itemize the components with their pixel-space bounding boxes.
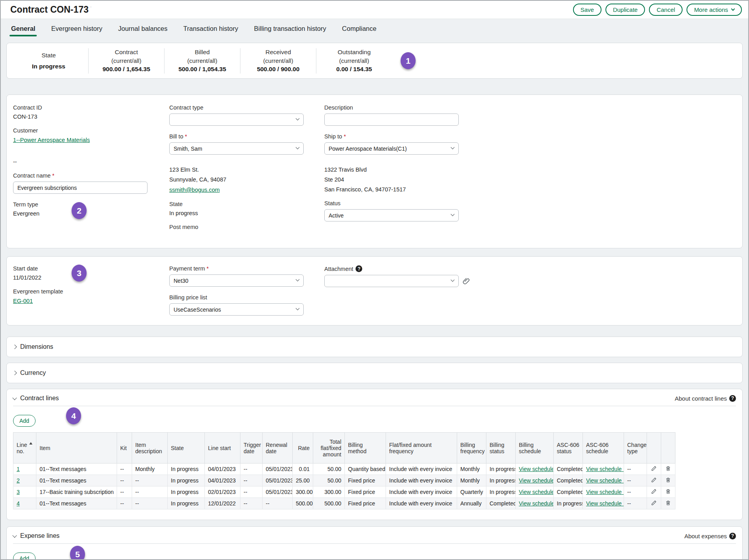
add-expense-line-button[interactable]: Add — [13, 552, 36, 560]
tab-general[interactable]: General — [5, 19, 42, 38]
cancel-button[interactable]: Cancel — [649, 4, 683, 16]
bill-to-select[interactable]: Smith, Sam — [169, 142, 304, 155]
col-trigger-date[interactable]: Trigger date — [240, 433, 263, 464]
delete-icon[interactable] — [665, 488, 671, 494]
col-renewal-date[interactable]: Renewal date — [263, 433, 293, 464]
callout-badge-3: 3 — [72, 265, 87, 282]
line-number-link[interactable]: 1 — [17, 466, 20, 472]
billing-section: Start date 11/01/2022 3 Evergreen templa… — [6, 256, 743, 325]
billing-price-list-select[interactable]: UseCaseScenarios — [169, 303, 304, 316]
col-billing-frequency[interactable]: Billing frequency — [457, 433, 486, 464]
cell-total: 50.00 — [313, 464, 345, 475]
about-contract-lines-link[interactable]: About contract lines — [675, 395, 727, 402]
tab-evergreen-history[interactable]: Evergreen history — [45, 19, 108, 38]
state-value: In progress — [169, 210, 324, 216]
currency-panel[interactable]: Currency — [6, 363, 743, 383]
cell-billing-method: Fixed price — [345, 475, 386, 486]
currency-panel-label: Currency — [20, 369, 46, 376]
col-flat-fixed-frequency[interactable]: Flat/fixed amount frequency — [386, 433, 457, 464]
payment-term-label: Payment term — [169, 265, 324, 272]
expense-lines-toggle[interactable]: Expense lines — [13, 532, 60, 539]
billing-schedule-link[interactable]: View schedule — [519, 477, 554, 484]
cell-flat-frequency: Include with every invoice — [386, 464, 457, 475]
term-type-value: Evergreen — [13, 210, 169, 217]
dimensions-panel[interactable]: Dimensions — [6, 337, 743, 357]
col-filler — [675, 433, 736, 464]
billing-price-list-label: Billing price list — [169, 294, 324, 301]
edit-icon[interactable] — [651, 500, 657, 506]
edit-icon[interactable] — [651, 477, 657, 483]
col-change-type[interactable]: Change type — [624, 433, 647, 464]
contract-type-select[interactable] — [169, 114, 304, 126]
delete-icon[interactable] — [665, 465, 671, 471]
chevron-right-icon — [12, 371, 17, 375]
more-actions-button[interactable]: More actions — [687, 4, 742, 16]
customer-link[interactable]: 1--Power Aerospace Materials — [13, 137, 90, 143]
cell-renewal-date: 05/01/2023 — [263, 464, 293, 475]
attachment-select[interactable] — [324, 275, 459, 287]
col-kit[interactable]: Kit — [117, 433, 132, 464]
col-state[interactable]: State — [168, 433, 205, 464]
contract-name-label: Contract name — [13, 172, 169, 179]
tab-billing-transaction-history[interactable]: Billing transaction history — [248, 19, 333, 38]
summary-bar: State In progress Contract (current/all)… — [6, 43, 743, 79]
ship-to-select[interactable]: Power Aerospace Materials(C1) — [324, 142, 459, 155]
tab-transaction-history[interactable]: Transaction history — [177, 19, 245, 38]
asc606-schedule-link[interactable]: View schedule 1 — [586, 500, 624, 507]
col-asc606-status[interactable]: ASC-606 status — [554, 433, 583, 464]
line-number-link[interactable]: 3 — [17, 489, 20, 495]
billing-schedule-link[interactable]: View schedule — [519, 466, 554, 472]
state-label: State — [169, 201, 324, 207]
edit-icon[interactable] — [651, 465, 657, 471]
cell-billing-frequency: Monthly — [457, 475, 486, 486]
duplicate-button[interactable]: Duplicate — [605, 4, 645, 16]
save-button[interactable]: Save — [573, 4, 601, 16]
cell-flat-frequency: Include with every invoice — [386, 498, 457, 509]
col-billing-method[interactable]: Billing method — [345, 433, 386, 464]
tab-journal-balances[interactable]: Journal balances — [112, 19, 174, 38]
cell-total: 50.00 — [313, 475, 345, 486]
dimensions-panel-label: Dimensions — [20, 343, 53, 350]
col-item-description[interactable]: Item description — [132, 433, 168, 464]
col-delete — [661, 433, 675, 464]
line-number-link[interactable]: 4 — [17, 500, 20, 507]
col-item[interactable]: Item — [36, 433, 117, 464]
bill-to-email-link[interactable]: ssmith@bogus.com — [169, 187, 220, 193]
billing-schedule-link[interactable]: View schedule — [519, 489, 554, 495]
col-asc606-schedule[interactable]: ASC-606 schedule — [583, 433, 624, 464]
delete-icon[interactable] — [665, 500, 671, 506]
asc606-schedule-link[interactable]: View schedule 1 — [586, 466, 624, 472]
add-contract-line-button[interactable]: Add — [13, 415, 36, 427]
col-line-start[interactable]: Line start — [205, 433, 240, 464]
help-icon[interactable] — [729, 533, 736, 539]
billing-schedule-link[interactable]: View schedule — [519, 500, 554, 507]
edit-icon[interactable] — [651, 488, 657, 494]
cell-item-description: -- — [132, 486, 168, 498]
line-number-link[interactable]: 2 — [17, 477, 20, 484]
about-expenses-link[interactable]: About expenses — [684, 533, 727, 539]
payment-term-select[interactable]: Net30 — [169, 274, 304, 287]
col-billing-schedule[interactable]: Billing schedule — [516, 433, 554, 464]
col-billing-status[interactable]: Billing status — [486, 433, 516, 464]
col-total-flat-fixed[interactable]: Total flat/fixed amount — [313, 433, 345, 464]
col-rate[interactable]: Rate — [293, 433, 313, 464]
cell-state: In progress — [168, 464, 205, 475]
evergreen-template-link[interactable]: EG-001 — [13, 298, 33, 304]
cell-rate: 300.00 — [293, 486, 313, 498]
expense-lines-section: Expense lines About expenses 5 Add Line … — [6, 526, 743, 560]
contract-lines-toggle[interactable]: Contract lines — [13, 395, 59, 402]
col-line-no[interactable]: Line no. — [13, 433, 36, 464]
tab-compliance[interactable]: Compliance — [336, 19, 383, 38]
paperclip-icon[interactable] — [463, 277, 471, 285]
delete-icon[interactable] — [665, 477, 671, 483]
callout-badge-4: 4 — [66, 407, 81, 424]
help-icon[interactable] — [729, 395, 736, 402]
description-input[interactable] — [324, 114, 459, 126]
contract-name-input[interactable] — [13, 182, 148, 194]
asc606-schedule-link[interactable]: View schedule 1 — [586, 477, 624, 484]
help-icon[interactable] — [356, 265, 362, 272]
summary-received: Received (current/all) 500.00 / 900.00 — [240, 48, 316, 74]
status-select[interactable]: Active — [324, 209, 459, 221]
cell-billing-frequency: Quarterly — [457, 486, 486, 498]
asc606-schedule-link[interactable]: View schedule 1 — [586, 489, 624, 495]
